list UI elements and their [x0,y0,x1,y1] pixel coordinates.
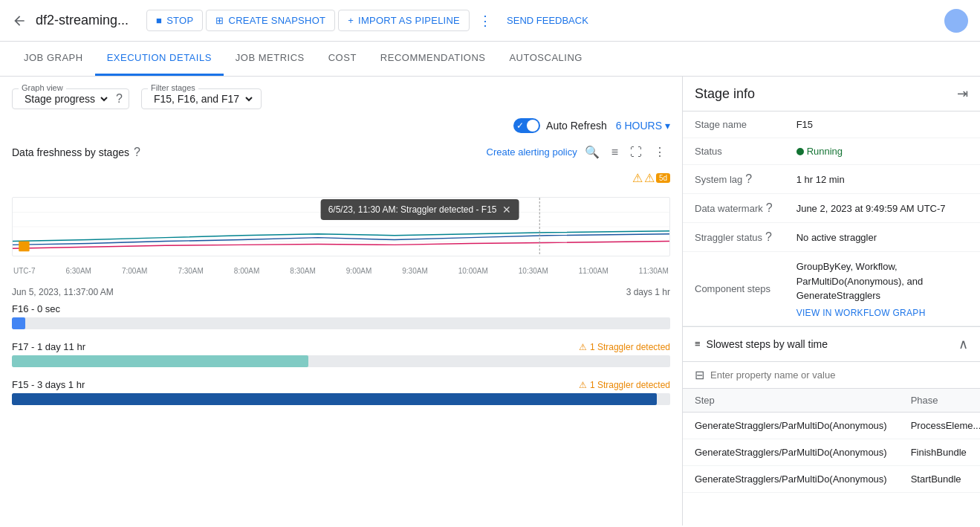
snapshot-button[interactable]: ⊞ CREATE SNAPSHOT [206,10,335,31]
timestamp-right: 3 days 1 hr [626,287,670,297]
avatar[interactable] [944,9,968,33]
graph-view-help-icon[interactable]: ? [116,92,123,106]
system-lag-help-icon[interactable]: ? [745,172,752,186]
stop-icon: ■ [156,15,162,26]
status-running: Running [796,146,843,157]
straggler-status-help-icon[interactable]: ? [765,230,772,244]
chart-title: Data freshness by stages [12,146,129,158]
auto-refresh-toggle[interactable]: ✓ Auto Refresh [513,118,607,133]
tooltip-text: 6/5/23, 11:30 AM: Straggler detected - F… [328,204,497,215]
more-menu-button[interactable]: ⋮ [473,8,498,33]
collapse-icon[interactable]: ∧ [958,336,968,352]
import-icon: + [348,15,354,26]
import-pipeline-button[interactable]: + IMPORT AS PIPELINE [338,10,470,31]
col-step: Step [683,389,899,413]
meta-label-straggler-status: Straggler status ? [683,223,785,252]
tab-cost[interactable]: COST [317,42,369,76]
more-chart-icon[interactable]: ⋮ [649,142,670,162]
topbar-actions: ■ STOP ⊞ CREATE SNAPSHOT + IMPORT AS PIP… [146,8,938,33]
snapshot-icon: ⊞ [215,15,224,26]
step-name-3: GenerateStragglers/ParMultiDo(Anonymous) [683,465,899,492]
tab-autoscaling[interactable]: AUTOSCALING [497,42,594,76]
right-panel: Stage info ⇥ Stage name F15 Status Runni… [683,77,980,526]
filter-icon[interactable]: ≡ [607,143,623,162]
filter-funnel-icon: ⊟ [695,368,704,382]
fullscreen-icon[interactable]: ⛶ [626,143,646,162]
warning-badge: 5d [656,173,670,183]
status-dot [796,148,804,155]
graph-view-select[interactable]: Stage progress [22,92,110,106]
straggler-label: 1 Straggler detected [590,342,670,352]
meta-label-system-lag: System lag ? [683,165,785,194]
chevron-down-icon: ▾ [665,120,670,132]
warning-triangle-icon-2: ⚠ [579,380,587,390]
slowest-steps-icon: ≡ [695,338,701,349]
page-title: df2-streaming... [36,13,129,28]
tab-execution-details[interactable]: EXECUTION DETAILS [95,42,224,76]
meta-label-status: Status [683,138,785,165]
stop-button[interactable]: ■ STOP [146,10,203,31]
auto-refresh-label: Auto Refresh [546,120,607,132]
stage-info-title: Stage info [695,86,755,102]
meta-value-component-steps: GroupByKey, Workflow, ParMultiDo(Anonymo… [785,252,980,326]
stage-item-f17: F17 - 1 day 11 hr ⚠ 1 Straggler detected [12,341,670,367]
chart-area[interactable]: 6/5/23, 11:30 AM: Straggler detected - F… [12,197,670,256]
step-phase-1: ProcessEleme... [899,412,980,439]
col-phase: Phase [899,389,980,413]
meta-value-system-lag: 1 hr 12 min [785,165,980,194]
warning-triangle-icon: ⚠ [579,342,587,352]
svg-rect-3 [19,242,29,252]
filter-stages-select[interactable]: F15, F16, and F17 [151,92,255,106]
straggler-label-2: 1 Straggler detected [590,380,670,390]
stage-timestamp: Jun 5, 2023, 11:37:00 AM 3 days 1 hr [12,287,670,297]
component-steps-text: GroupByKey, Workflow, ParMultiDo(Anonymo… [796,259,968,303]
autorefresh-row: ✓ Auto Refresh 6 HOURS ▾ [12,118,670,133]
meta-value-status: Running [785,138,980,165]
warning-icon-1[interactable]: ⚠ [632,171,643,185]
tab-recommendations[interactable]: RECOMMENDATIONS [369,42,498,76]
view-workflow-link[interactable]: VIEW IN WORKFLOW GRAPH [796,305,926,318]
chart-tooltip: 6/5/23, 11:30 AM: Straggler detected - F… [321,199,519,220]
stage-f15-header: F15 - 3 days 1 hr ⚠ 1 Straggler detected [12,379,670,390]
warning-icon-2[interactable]: ⚠ [644,171,655,185]
stage-f17-bar-container [12,355,670,367]
filter-input[interactable] [710,369,968,381]
meta-label-stage-name: Stage name [683,111,785,138]
graph-view-field: Graph view Stage progress ? [12,88,129,109]
tab-navigation: JOB GRAPH EXECUTION DETAILS JOB METRICS … [0,42,980,77]
table-row[interactable]: GenerateStragglers/ParMultiDo(Anonymous)… [683,439,980,465]
steps-table-container: Step Phase GenerateStragglers/ParMultiDo… [683,389,980,493]
chart-xaxis: UTC-7 6:30AM 7:00AM 7:30AM 8:00AM 8:30AM… [12,267,670,275]
chart-help-icon[interactable]: ? [134,146,140,159]
stage-item-f15: F15 - 3 days 1 hr ⚠ 1 Straggler detected [12,379,670,405]
data-watermark-help-icon[interactable]: ? [766,201,773,215]
feedback-button[interactable]: SEND FEEDBACK [501,10,594,30]
stage-f15-bar-container [12,393,670,405]
step-phase-3: StartBundle [899,465,980,492]
slowest-steps-header[interactable]: ≡ Slowest steps by wall time ∧ [683,327,980,362]
tab-job-metrics[interactable]: JOB METRICS [224,42,317,76]
create-alert-link[interactable]: Create alerting policy [487,146,577,158]
expand-panel-button[interactable]: ⇥ [957,85,968,102]
left-panel: Graph view Stage progress ? Filter stage… [0,77,683,526]
stage-f17-warning: ⚠ 1 Straggler detected [579,342,670,352]
back-button[interactable] [12,13,27,28]
tab-job-graph[interactable]: JOB GRAPH [12,42,95,76]
controls-row: Graph view Stage progress ? Filter stage… [12,88,670,109]
zoom-icon[interactable]: 🔍 [580,142,604,162]
timestamp-left: Jun 5, 2023, 11:37:00 AM [12,287,114,297]
hours-selector[interactable]: 6 HOURS ▾ [616,120,670,132]
stage-f15-name: F15 - 3 days 1 hr [12,379,85,390]
table-row[interactable]: GenerateStragglers/ParMultiDo(Anonymous)… [683,465,980,492]
table-row[interactable]: GenerateStragglers/ParMultiDo(Anonymous)… [683,412,980,439]
filter-row: ⊟ [683,362,980,389]
tooltip-close-button[interactable]: ✕ [502,204,511,216]
stage-f15-warning: ⚠ 1 Straggler detected [579,380,670,390]
stage-f15-bar [12,393,657,405]
meta-value-straggler-status: No active straggler [785,223,980,252]
warning-row: ⚠ ⚠ 5d [12,171,670,185]
stages-section: Jun 5, 2023, 11:37:00 AM 3 days 1 hr F16… [12,287,670,417]
toggle-thumb [527,120,539,132]
stage-f16-header: F16 - 0 sec [12,303,670,314]
slowest-steps-title: Slowest steps by wall time [707,338,828,350]
